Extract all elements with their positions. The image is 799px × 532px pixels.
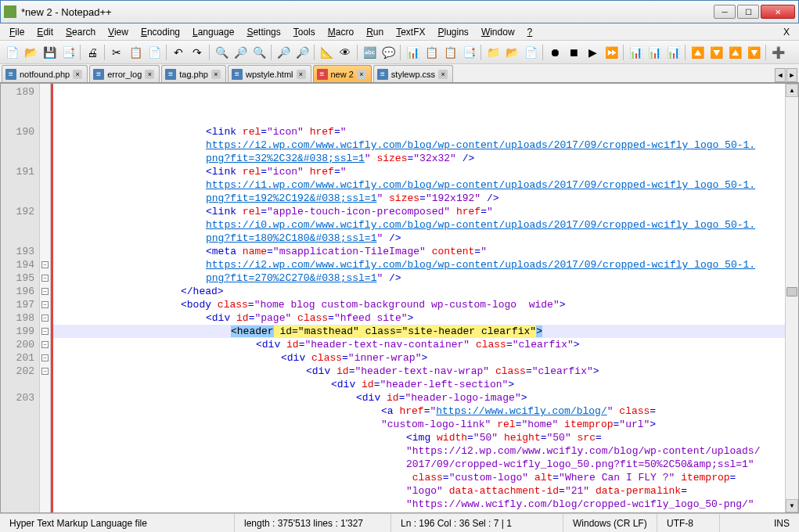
toolbar-button[interactable]: 🔼 [689, 44, 706, 61]
tab-new-2[interactable]: ≡new 2× [313, 65, 372, 82]
close-button[interactable]: ✕ [761, 5, 795, 19]
toolbar-button[interactable]: ↶ [170, 44, 187, 61]
toolbar-button[interactable]: 📑 [460, 44, 477, 61]
minimize-button[interactable]: ─ [714, 5, 736, 19]
toolbar-button[interactable]: 📁 [484, 44, 502, 61]
toolbar-button[interactable]: 📄 [146, 44, 163, 61]
toolbar-button[interactable]: ➕ [769, 44, 786, 61]
menu-help[interactable]: ? [521, 25, 539, 39]
toolbar-button[interactable]: 🔍 [213, 44, 230, 61]
toolbar-button[interactable]: 📊 [664, 44, 682, 61]
code-line[interactable]: <div id="header-left-section"> [51, 378, 785, 391]
code-line[interactable]: png?fit=32%2C32&#038;ssl=1" sizes="32x32… [51, 152, 785, 165]
fold-toggle-icon[interactable]: − [41, 315, 49, 322]
tab-scroll-left[interactable]: ◄ [775, 68, 786, 82]
toolbar-button[interactable]: 🔽 [707, 44, 725, 61]
code-line[interactable]: <header id="masthead" class="site-header… [51, 325, 785, 338]
menu-settings[interactable]: Settings [240, 25, 286, 39]
toolbar-button[interactable]: 📋 [127, 44, 144, 61]
toolbar-button[interactable]: ⏹ [565, 44, 582, 61]
tab-close-icon[interactable]: × [211, 70, 221, 79]
tab-stylewp-css[interactable]: ≡stylewp.css× [373, 65, 453, 82]
tab-close-icon[interactable]: × [145, 70, 154, 79]
code-line[interactable]: https://i0.wp.com/www.wcifly.com/blog/wp… [51, 218, 785, 232]
tab-scroll-right[interactable]: ► [786, 68, 797, 82]
menu-macro[interactable]: Macro [322, 25, 360, 39]
code-line[interactable]: "logo" data-attachment-id="21" data-perm… [51, 484, 785, 498]
toolbar-button[interactable]: 🔎 [275, 44, 292, 61]
toolbar-button[interactable]: 📂 [22, 44, 39, 61]
toolbar-button[interactable]: 📋 [441, 44, 459, 61]
code-line[interactable]: data-orig-file= [51, 511, 785, 512]
code-line[interactable]: <body class="home blog custom-background… [51, 298, 785, 311]
tab-close-icon[interactable]: × [73, 70, 82, 79]
scroll-down-button[interactable]: ▼ [786, 499, 798, 512]
fold-toggle-icon[interactable]: − [41, 368, 49, 375]
toolbar-button[interactable]: 🔤 [361, 44, 378, 61]
menu-search[interactable]: Search [59, 25, 102, 39]
tab-error_log[interactable]: ≡error_log× [89, 65, 160, 82]
code-line[interactable]: https://i1.wp.com/www.wcifly.com/blog/wp… [51, 178, 785, 192]
tab-close-icon[interactable]: × [357, 70, 366, 79]
toolbar-button[interactable]: 📄 [3, 44, 20, 61]
maximize-button[interactable]: ☐ [737, 5, 759, 19]
tab-notfound-php[interactable]: ≡notfound.php× [2, 65, 88, 82]
toolbar-button[interactable]: 🔍 [250, 44, 268, 61]
fold-toggle-icon[interactable]: − [41, 288, 49, 295]
toolbar-button[interactable]: ↷ [189, 44, 206, 61]
toolbar-button[interactable]: 📊 [404, 44, 421, 61]
fold-toggle-icon[interactable]: − [41, 354, 49, 361]
menu-file[interactable]: File [3, 25, 31, 39]
vertical-scrollbar[interactable]: ▲ ▼ [785, 84, 798, 512]
code-line[interactable]: <div class="inner-wrap"> [51, 351, 785, 365]
menu-encoding[interactable]: Encoding [135, 25, 186, 39]
tab-wpstyle-html[interactable]: ≡wpstyle.html× [228, 65, 311, 82]
toolbar-button[interactable]: 🔽 [745, 44, 762, 61]
toolbar-button[interactable]: 📑 [59, 44, 77, 61]
code-line[interactable]: png?fit=270%2C270&#038;ssl=1" /> [51, 271, 785, 285]
toolbar-button[interactable]: 🔼 [726, 44, 743, 61]
code-line[interactable]: https://i2.wp.com/www.wcifly.com/blog/wp… [51, 258, 785, 271]
menu-run[interactable]: Run [360, 25, 390, 39]
menu-language[interactable]: Language [186, 25, 240, 39]
menu-tools[interactable]: Tools [287, 25, 322, 39]
toolbar-button[interactable]: 📊 [627, 44, 644, 61]
code-line[interactable]: <div id="header-logo-image"> [51, 391, 785, 404]
toolbar-button[interactable]: 📄 [522, 44, 539, 61]
toolbar-button[interactable]: ✂ [108, 44, 125, 61]
toolbar-button[interactable]: 🔎 [293, 44, 311, 61]
tab-tag-php[interactable]: ≡tag.php× [161, 65, 226, 82]
fold-toggle-icon[interactable]: − [41, 261, 49, 268]
toolbar-button[interactable]: 👁 [337, 44, 354, 61]
menu-edit[interactable]: Edit [31, 25, 59, 39]
toolbar-button[interactable]: ⏺ [546, 44, 563, 61]
code-line[interactable]: <link rel="apple-touch-icon-precomposed"… [51, 205, 785, 218]
code-line[interactable]: <div id="header-text-nav-wrap" class="cl… [51, 365, 785, 378]
code-line[interactable]: 2017/09/cropped-wcifly_logo_50.png?fit=5… [51, 458, 785, 471]
code-area[interactable]: <link rel="icon" href="https://i2.wp.com… [51, 84, 785, 512]
code-line[interactable]: "custom-logo-link" rel="home" itemprop="… [51, 418, 785, 431]
toolbar-button[interactable]: ▶ [584, 44, 601, 61]
toolbar-button[interactable]: 🔎 [232, 44, 249, 61]
menu-textfx[interactable]: TextFX [390, 25, 431, 39]
code-line[interactable]: <meta name="msapplication-TileImage" con… [51, 245, 785, 258]
fold-toggle-icon[interactable]: − [41, 328, 49, 335]
code-line[interactable]: <img width="50" height="50" src= [51, 431, 785, 444]
code-line[interactable]: <div id="page" class="hfeed site"> [51, 311, 785, 325]
fold-toggle-icon[interactable]: − [41, 341, 49, 348]
code-line[interactable]: "https://www.wcifly.com/blog/cropped-wci… [51, 498, 785, 511]
fold-toggle-icon[interactable]: − [41, 275, 49, 282]
code-line[interactable]: <link rel="icon" href=" [51, 165, 785, 178]
toolbar-button[interactable]: 📊 [646, 44, 663, 61]
code-line[interactable]: <a href="https://www.wcifly.com/blog/" c… [51, 404, 785, 418]
menu-view[interactable]: View [102, 25, 135, 39]
menu-plugins[interactable]: Plugins [432, 25, 475, 39]
code-line[interactable]: <div id="header-text-nav-container" clas… [51, 338, 785, 351]
code-line[interactable]: https://i2.wp.com/www.wcifly.com/blog/wp… [51, 138, 785, 152]
code-line[interactable]: class="custom-logo" alt="Where Can I FLY… [51, 471, 785, 484]
tab-close-icon[interactable]: × [297, 70, 306, 79]
menu-window[interactable]: Window [475, 25, 521, 39]
tab-close-icon[interactable]: × [438, 70, 448, 79]
toolbar-button[interactable]: 🖨 [84, 44, 101, 61]
code-line[interactable]: </head> [51, 285, 785, 298]
